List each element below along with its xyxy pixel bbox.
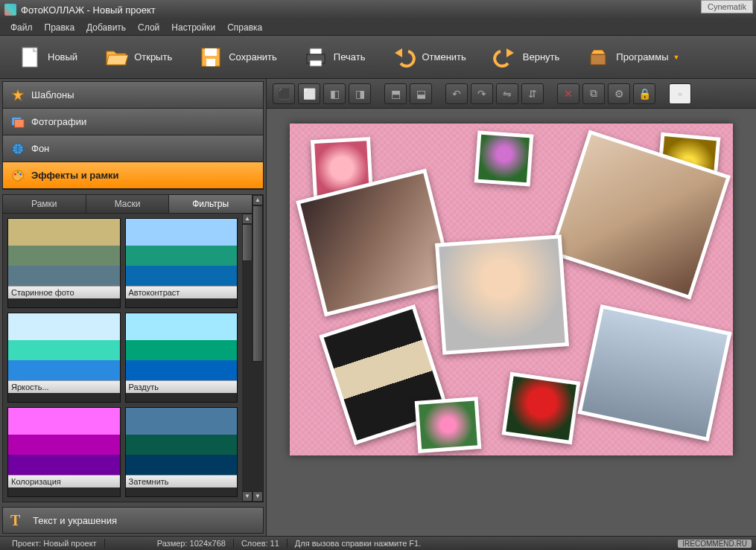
flip-h-icon[interactable]: ⇋ [496,83,518,104]
scroll-down-icon[interactable]: ▼ [252,491,263,502]
status-layers-label: Слоев: [241,539,268,548]
palette-icon [10,168,25,183]
bring-front-icon[interactable]: ⬛ [273,83,295,104]
collage-photo-9[interactable] [577,304,731,441]
align-top-icon[interactable]: ⬒ [384,83,407,104]
sidebar-item-text-decorations[interactable]: T Текст и украшения [2,507,264,534]
filter--[interactable]: Старинное фото [7,218,121,308]
filter--[interactable]: Автоконтраст [125,218,238,308]
print-button[interactable]: Печать [293,42,376,72]
app-icon [4,4,16,16]
photo-image [478,135,530,182]
statusbar: Проект: Новый проект Размер: 1024x768 Сл… [0,536,756,550]
photo-image [419,400,477,449]
send-back-icon[interactable]: ⬜ [298,83,320,104]
tab-рамки[interactable]: Рамки [3,195,86,213]
filter-label: Колоризация [8,475,120,487]
file-button[interactable]: Новый [7,42,88,72]
status-size: Размер: 1024x768 [150,539,234,548]
collage-photo-8[interactable] [502,372,581,444]
scroll-track[interactable] [242,224,252,491]
delete-icon[interactable]: ✕ [557,83,579,104]
apps-button[interactable]: Программы▼ [576,42,690,72]
outer-scrollbar[interactable]: ▲ ▼ [252,195,263,502]
undo-icon [392,45,416,69]
sidebar-item-star[interactable]: Шаблоны [3,82,263,109]
filter--[interactable]: Затемнить [125,407,238,497]
photo-image [506,376,576,440]
toolbar-label: Программы [616,51,668,63]
collage-photo-5[interactable] [435,234,569,354]
toolbar-label: Новый [48,51,77,63]
status-size-label: Размер: [157,539,188,548]
undo-button[interactable]: Отменить [381,42,476,72]
bring-forward-icon[interactable]: ◧ [323,83,346,104]
lock-icon[interactable]: 🔒 [633,83,655,104]
toolbar-label: Открыть [134,51,172,63]
menu-файл[interactable]: Файл [4,21,39,34]
filters-area: РамкиМаскиФильтры Старинное фотоАвтоконт… [2,194,264,502]
sidebar-panels: ШаблоныФотографииФонЭффекты и рамки [2,81,264,190]
titlebar: ФотоКОЛЛАЖ - Новый проект Cynematik [0,0,756,19]
svg-marker-8 [395,48,402,57]
settings-icon[interactable]: ⚙ [608,83,630,104]
rotate-left-icon[interactable]: ↶ [445,83,468,104]
menubar: ФайлПравкаДобавитьСлойНастройкиСправка [0,19,756,36]
filter--[interactable]: Яркость... [7,313,121,403]
menu-правка[interactable]: Правка [39,21,81,34]
svg-rect-4 [206,59,215,66]
thumbs-scrollbar[interactable]: ▲ ▼ [242,214,252,502]
photo-image [439,239,565,351]
menu-справка[interactable]: Справка [221,21,268,34]
filter--[interactable]: Раздуть [125,313,238,403]
sidebar-item-globe[interactable]: Фон [3,135,263,162]
collage-canvas[interactable] [290,124,733,455]
rotate-right-icon[interactable]: ↷ [471,83,493,104]
toolbar-label: Вернуть [523,51,560,63]
svg-rect-13 [15,119,25,127]
collage-photo-1[interactable] [474,130,534,186]
scroll-up-icon[interactable]: ▲ [252,195,263,205]
status-layers: Слоев: 11 [234,539,288,548]
main-toolbar: НовыйОткрытьСохранитьПечатьОтменитьВерну… [0,36,756,79]
send-backward-icon[interactable]: ◨ [349,83,371,104]
canvas-viewport[interactable] [267,109,756,536]
folder-open-icon [104,45,128,69]
sidebar-tabs: РамкиМаскиФильтры [3,195,252,214]
photo-image [300,173,450,313]
align-bottom-icon[interactable]: ⬓ [410,83,432,104]
svg-marker-9 [506,48,514,57]
svg-marker-11 [12,89,24,100]
svg-rect-3 [205,48,217,56]
redo-button[interactable]: Вернуть [483,42,571,72]
status-project-label: Проект: [12,539,41,548]
collage-photo-7[interactable] [415,397,482,453]
filter-preview [126,313,238,380]
save-button[interactable]: Сохранить [188,42,288,72]
status-size-value: 1024x768 [190,539,226,548]
scroll-up-icon[interactable]: ▲ [242,214,252,224]
filter-preview [8,219,120,286]
filter-label: Затемнить [126,475,238,487]
new-page-icon[interactable]: ▫ [669,83,691,104]
tab-фильтры[interactable]: Фильтры [169,195,252,213]
filter-label: Автоконтраст [126,286,238,298]
crop-icon[interactable]: ⧉ [582,83,605,104]
scroll-handle[interactable] [242,224,252,261]
filter--[interactable]: Колоризация [7,407,121,497]
chevron-down-icon: ▼ [673,54,680,61]
sidebar-item-palette[interactable]: Эффекты и рамки [3,162,263,189]
flip-v-icon[interactable]: ⇵ [521,83,544,104]
menu-слой[interactable]: Слой [132,21,165,34]
print-icon [304,45,328,69]
sidebar-item-label: Фон [31,143,49,154]
scroll-track[interactable] [252,205,263,491]
menu-добавить[interactable]: Добавить [80,21,132,34]
menu-настройки[interactable]: Настройки [165,21,221,34]
svg-point-16 [17,171,19,173]
sidebar-item-photos[interactable]: Фотографии [3,109,263,135]
scroll-handle[interactable] [252,205,263,362]
folder-open-button[interactable]: Открыть [94,42,182,72]
scroll-down-icon[interactable]: ▼ [242,491,252,502]
tab-маски[interactable]: Маски [86,195,170,213]
